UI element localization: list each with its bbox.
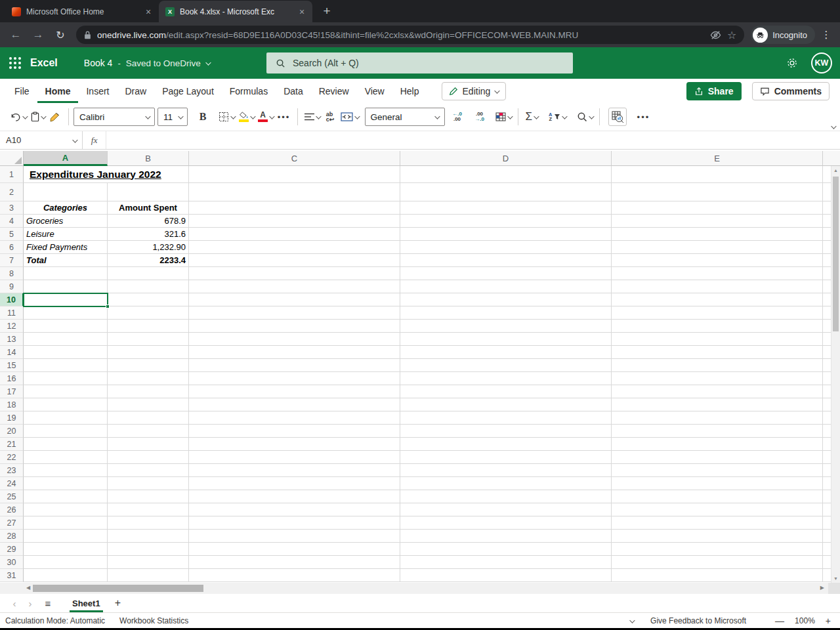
row-header-12[interactable]: 12 bbox=[0, 320, 24, 333]
chevron-down-icon[interactable] bbox=[231, 114, 236, 119]
cell-A8[interactable] bbox=[24, 267, 108, 280]
chevron-down-icon[interactable] bbox=[355, 114, 360, 119]
row-header-13[interactable]: 13 bbox=[0, 333, 24, 346]
analyze-data-button[interactable] bbox=[608, 108, 627, 126]
row-header-5[interactable]: 5 bbox=[0, 228, 24, 241]
browser-menu-icon[interactable]: ⋮ bbox=[819, 29, 833, 41]
ribbon-tab-file[interactable]: File bbox=[7, 79, 37, 103]
row-header-3[interactable]: 3 bbox=[0, 201, 24, 215]
cell-A7[interactable]: Total bbox=[24, 254, 108, 267]
forward-icon[interactable]: → bbox=[29, 28, 47, 41]
cell-E5[interactable] bbox=[612, 228, 823, 241]
cell-D5[interactable] bbox=[400, 228, 612, 241]
chevron-down-icon[interactable] bbox=[589, 114, 594, 119]
cell-A2[interactable] bbox=[24, 183, 108, 201]
cell-B26[interactable] bbox=[108, 503, 189, 516]
cell-D27[interactable] bbox=[400, 516, 612, 530]
column-header-B[interactable]: B bbox=[108, 151, 189, 166]
row-header-15[interactable]: 15 bbox=[0, 359, 24, 372]
cell-A28[interactable] bbox=[24, 530, 108, 543]
row-header-1[interactable]: 1 bbox=[0, 166, 24, 183]
address-bar[interactable]: onedrive.live.com/edit.aspx?resid=68D9E1… bbox=[76, 26, 744, 44]
row-header-25[interactable]: 25 bbox=[0, 490, 24, 503]
formula-input[interactable] bbox=[106, 131, 840, 149]
row-header-19[interactable]: 19 bbox=[0, 411, 24, 425]
alignment-button[interactable] bbox=[303, 107, 322, 127]
add-sheet-button[interactable]: + bbox=[115, 597, 121, 609]
chevron-down-icon[interactable] bbox=[23, 114, 28, 119]
cell-E17[interactable] bbox=[612, 385, 823, 398]
number-format-select[interactable]: General bbox=[365, 108, 445, 126]
cell-D21[interactable] bbox=[400, 438, 612, 451]
cell-B12[interactable] bbox=[108, 320, 189, 333]
cell-A21[interactable] bbox=[24, 438, 108, 451]
cell-B23[interactable] bbox=[108, 464, 189, 477]
cell-D29[interactable] bbox=[400, 543, 612, 556]
row-header-20[interactable]: 20 bbox=[0, 425, 24, 438]
cell-C15[interactable] bbox=[189, 359, 400, 372]
zoom-level[interactable]: 100% bbox=[795, 616, 815, 625]
cell-E3[interactable] bbox=[612, 201, 823, 215]
save-status[interactable]: Saved to OneDrive bbox=[126, 58, 201, 68]
cell-A27[interactable] bbox=[24, 516, 108, 530]
cell-A9[interactable] bbox=[24, 280, 108, 293]
scroll-right-icon[interactable]: ▶ bbox=[820, 585, 824, 591]
ribbon-tab-draw[interactable]: Draw bbox=[117, 79, 154, 103]
row-header-24[interactable]: 24 bbox=[0, 477, 24, 490]
browser-tab-excel[interactable]: X Book 4.xlsx - Microsoft Exc × bbox=[159, 1, 312, 22]
cell-E14[interactable] bbox=[612, 346, 823, 359]
cell-C24[interactable] bbox=[189, 477, 400, 490]
cell-A16[interactable] bbox=[24, 372, 108, 385]
ribbon-tab-help[interactable]: Help bbox=[392, 79, 427, 103]
vertical-scrollbar[interactable]: ▲▼ bbox=[831, 166, 840, 583]
cell-B31[interactable] bbox=[108, 569, 189, 582]
row-header-21[interactable]: 21 bbox=[0, 438, 24, 451]
chevron-down-icon[interactable] bbox=[270, 114, 275, 119]
chevron-down-icon[interactable] bbox=[507, 114, 513, 119]
collapse-ribbon-icon[interactable] bbox=[831, 123, 836, 129]
chevron-down-icon[interactable] bbox=[205, 60, 211, 65]
cell-E9[interactable] bbox=[612, 280, 823, 293]
status-item-calculation-mode-automatic[interactable]: Calculation Mode: Automatic bbox=[5, 616, 105, 625]
row-header-27[interactable]: 27 bbox=[0, 516, 24, 530]
account-avatar[interactable]: KW bbox=[811, 52, 832, 74]
cell-C12[interactable] bbox=[189, 320, 400, 333]
ribbon-tab-data[interactable]: Data bbox=[276, 79, 311, 103]
zoom-out-button[interactable]: — bbox=[775, 616, 784, 626]
cell-B14[interactable] bbox=[108, 346, 189, 359]
scroll-down-icon[interactable]: ▼ bbox=[831, 576, 840, 581]
cell-A14[interactable] bbox=[24, 346, 108, 359]
cell-E25[interactable] bbox=[612, 490, 823, 503]
cell-A19[interactable] bbox=[24, 411, 108, 425]
cell-D19[interactable] bbox=[400, 411, 612, 425]
cell-C1[interactable] bbox=[189, 166, 400, 183]
cell-A20[interactable] bbox=[24, 425, 108, 438]
find-button[interactable] bbox=[575, 107, 595, 127]
cell-D10[interactable] bbox=[400, 293, 612, 306]
row-header-26[interactable]: 26 bbox=[0, 503, 24, 516]
cell-D14[interactable] bbox=[400, 346, 612, 359]
cell-D17[interactable] bbox=[400, 385, 612, 398]
cell-E19[interactable] bbox=[612, 411, 823, 425]
editing-mode-button[interactable]: Editing bbox=[442, 82, 506, 100]
cell-C18[interactable] bbox=[189, 398, 400, 411]
settings-gear-icon[interactable] bbox=[786, 57, 798, 69]
share-button[interactable]: Share bbox=[686, 82, 742, 100]
back-icon[interactable]: ← bbox=[7, 28, 25, 41]
cell-B24[interactable] bbox=[108, 477, 189, 490]
search-input[interactable]: Search (Alt + Q) bbox=[266, 52, 573, 74]
row-header-14[interactable]: 14 bbox=[0, 346, 24, 359]
cell-A13[interactable] bbox=[24, 333, 108, 346]
cell-A1[interactable]: Expenditures January 2022 bbox=[24, 166, 108, 183]
ribbon-tab-insert[interactable]: Insert bbox=[78, 79, 117, 103]
cell-C23[interactable] bbox=[189, 464, 400, 477]
cell-A15[interactable] bbox=[24, 359, 108, 372]
previous-sheet-icon[interactable]: ‹ bbox=[7, 598, 22, 609]
cell-E12[interactable] bbox=[612, 320, 823, 333]
cell-B8[interactable] bbox=[108, 267, 189, 280]
cell-E28[interactable] bbox=[612, 530, 823, 543]
row-header-2[interactable]: 2 bbox=[0, 183, 24, 201]
cell-A30[interactable] bbox=[24, 556, 108, 569]
bold-button[interactable]: B bbox=[194, 107, 211, 127]
cell-A22[interactable] bbox=[24, 451, 108, 464]
